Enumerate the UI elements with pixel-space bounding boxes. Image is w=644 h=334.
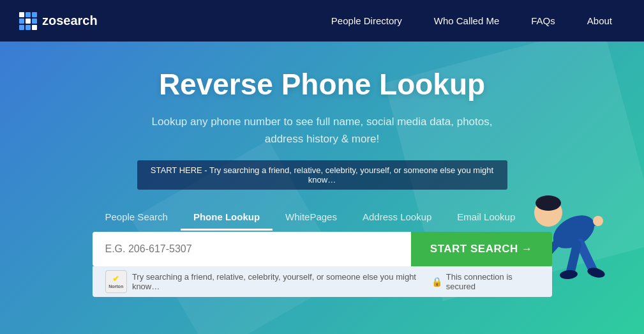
- nav-item-who-called-me[interactable]: Who Called Me: [421, 9, 513, 33]
- search-footer-bar: ✔ Norton Try searching a friend, relativ…: [93, 266, 552, 297]
- search-bar: START SEARCH →: [93, 232, 552, 266]
- tab-phone-lookup[interactable]: Phone Lookup: [181, 205, 273, 231]
- svg-point-12: [593, 216, 603, 226]
- hero-section: Reverse Phone Lookup Lookup any phone nu…: [0, 42, 644, 334]
- logo-grid-icon: [19, 12, 37, 30]
- nav-item-faqs[interactable]: FAQs: [518, 9, 568, 33]
- svg-line-8: [571, 245, 577, 271]
- tab-email-lookup[interactable]: Email Lookup: [444, 205, 528, 231]
- nav-item-about[interactable]: About: [574, 9, 625, 33]
- nav-link-who-called-me[interactable]: Who Called Me: [421, 9, 513, 33]
- lock-icon: 🔒: [431, 277, 442, 287]
- tab-address-lookup[interactable]: Address Lookup: [350, 205, 444, 231]
- nav-link-faqs[interactable]: FAQs: [518, 9, 568, 33]
- logo-link[interactable]: zosearch: [19, 12, 98, 30]
- nav-link-people-directory[interactable]: People Directory: [318, 9, 415, 33]
- search-tabs: People Search Phone Lookup WhitePages Ad…: [93, 205, 552, 231]
- logo-text: zosearch: [42, 13, 98, 28]
- tab-people-search[interactable]: People Search: [93, 205, 181, 231]
- nav-menu: People Directory Who Called Me FAQs Abou…: [318, 9, 625, 33]
- start-search-button[interactable]: START SEARCH →: [411, 232, 552, 266]
- norton-badge: ✔ Norton Try searching a friend, relativ…: [105, 270, 431, 293]
- start-banner: START HERE - Try searching a friend, rel…: [137, 160, 507, 190]
- secure-text: This connection is secured: [446, 272, 539, 291]
- svg-line-7: [580, 243, 593, 270]
- norton-icon: ✔ Norton: [105, 270, 127, 293]
- hero-title: Reverse Phone Lookup: [159, 67, 485, 102]
- nav-link-about[interactable]: About: [574, 9, 625, 33]
- secure-info: 🔒 This connection is secured: [431, 272, 539, 291]
- nav-item-people-directory[interactable]: People Directory: [318, 9, 415, 33]
- footer-hint-text: Try searching a friend, relative, celebr…: [132, 272, 431, 291]
- tab-whitepages[interactable]: WhitePages: [273, 205, 350, 231]
- norton-label: Norton: [109, 284, 123, 289]
- phone-search-input[interactable]: [93, 232, 411, 266]
- hero-subtitle: Lookup any phone number to see full name…: [144, 113, 501, 148]
- navbar: zosearch People Directory Who Called Me …: [0, 0, 644, 42]
